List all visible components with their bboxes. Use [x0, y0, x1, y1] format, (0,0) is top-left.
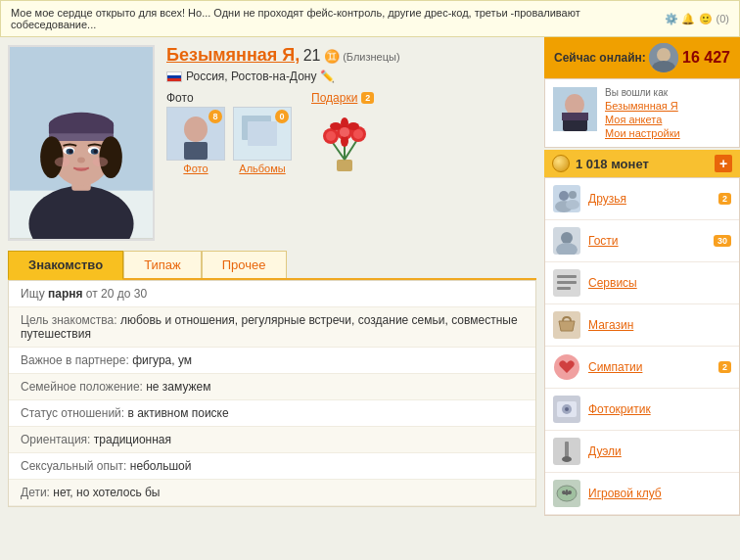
detail-value: парня	[48, 287, 83, 301]
nav-item-friends[interactable]: Друзья 2	[545, 178, 739, 220]
profile-photo	[8, 45, 155, 241]
tabs-container: Знакомство Типаж Прочее	[8, 251, 536, 280]
svg-point-8	[40, 136, 63, 178]
nav-item-shop[interactable]: Магазин	[545, 304, 739, 347]
svg-rect-46	[562, 113, 588, 120]
settings-link[interactable]: Мои настройки	[605, 127, 680, 139]
top-bar: Мое мое сердце открыто для всех! Но... О…	[0, 0, 740, 37]
tab-dating[interactable]: Знакомство	[8, 251, 123, 280]
svg-rect-56	[557, 275, 577, 278]
svg-rect-25	[337, 160, 352, 171]
nav-label-photocritic: Фотокритик	[588, 402, 731, 416]
detail-row: Ориентация: традиционная	[9, 427, 535, 453]
friends-icon	[553, 185, 580, 212]
svg-point-14	[69, 150, 72, 154]
gifts-title-link[interactable]: Подарки	[311, 91, 357, 105]
user-info-box: Вы вошли как Безымянная Я Моя анкета Мои…	[544, 78, 740, 148]
games-icon	[553, 480, 580, 507]
guests-icon	[553, 227, 580, 255]
photocritic-icon	[553, 396, 580, 423]
svg-rect-7	[49, 133, 114, 141]
gifts-section: Подарки 2	[311, 91, 378, 175]
zodiac-sign: (Близнецы)	[343, 51, 399, 63]
edit-location-icon[interactable]: ✏️	[320, 70, 335, 83]
photo-count: 8	[208, 110, 222, 123]
photo-item: 8 Фото	[166, 107, 225, 174]
photo-label-link[interactable]: Фото	[183, 163, 208, 174]
albums-label-link[interactable]: Альбомы	[239, 163, 285, 174]
detail-label: Цель знакомства:	[21, 313, 120, 327]
gifts-header: Подарки 2	[311, 91, 378, 105]
svg-rect-21	[184, 142, 208, 160]
svg-rect-24	[248, 121, 277, 146]
detail-value: в активном поиске	[127, 406, 228, 420]
nav-item-duels[interactable]: Дуэли	[545, 431, 739, 473]
detail-value: фигура, ум	[132, 353, 192, 367]
nav-badge-guests: 30	[714, 235, 731, 247]
albums-thumb[interactable]: 0	[233, 107, 292, 161]
zodiac-symbol: ♊	[324, 49, 340, 64]
albums-count: 0	[275, 110, 289, 123]
shop-icon	[553, 311, 580, 339]
svg-point-9	[99, 136, 121, 178]
nav-item-games[interactable]: Игровой клуб	[545, 473, 739, 515]
profile-name[interactable]: Безымянная Я,	[166, 45, 300, 65]
user-avatar-svg	[553, 87, 597, 131]
svg-rect-57	[557, 281, 577, 284]
detail-row: Дети: нет, но хотелось бы	[9, 480, 535, 506]
tab-type[interactable]: Типаж	[123, 251, 202, 278]
svg-point-34	[353, 129, 363, 139]
svg-point-39	[340, 127, 349, 137]
flower-gift-icon	[311, 109, 378, 175]
duels-icon	[553, 438, 580, 465]
main-container: Безымянная Я, 21 ♊ (Близнецы) Россия, Ро…	[0, 37, 740, 516]
svg-point-51	[566, 200, 579, 210]
svg-point-67	[562, 456, 572, 462]
detail-label: Сексуальный опыт:	[21, 459, 130, 473]
logged-as-text: Вы вошли как	[605, 87, 680, 98]
svg-rect-73	[563, 492, 571, 494]
nav-item-guests[interactable]: Гости 30	[545, 220, 739, 262]
svg-rect-58	[557, 287, 571, 290]
detail-extra: от 20 до 30	[82, 287, 147, 301]
media-title: Фото	[166, 91, 292, 105]
detail-value: нет, но хотелось бы	[53, 486, 160, 499]
likes-icon	[553, 353, 580, 381]
media-group: Фото	[166, 91, 292, 175]
profile-name-row: Безымянная Я, 21 ♊ (Близнецы)	[166, 45, 536, 66]
add-coins-button[interactable]: +	[715, 155, 732, 172]
gifts-count-badge: 2	[361, 92, 374, 104]
online-bar: Сейчас онлайн: 16 427	[544, 37, 740, 78]
detail-row: Ищу парня от 20 до 30	[9, 281, 535, 307]
svg-point-38	[330, 122, 342, 130]
right-panel: Сейчас онлайн: 16 427	[544, 37, 740, 516]
nav-badge-likes: 2	[718, 361, 731, 373]
detail-row: Сексуальный опыт: небольшой	[9, 453, 535, 480]
location-row: Россия, Ростов-на-Дону ✏️	[166, 70, 536, 83]
media-items: 8 Фото	[166, 107, 292, 174]
my-profile-link[interactable]: Моя анкета	[605, 114, 680, 125]
svg-rect-66	[565, 442, 569, 457]
user-avatar-small	[553, 87, 597, 131]
nav-label-likes: Симпатии	[588, 360, 711, 374]
online-avatar	[649, 43, 678, 72]
profile-header: Безымянная Я, 21 ♊ (Близнецы) Россия, Ро…	[8, 45, 536, 241]
detail-label: Важное в партнере:	[21, 353, 132, 367]
svg-point-64	[565, 407, 569, 411]
nav-label-guests: Гости	[588, 234, 706, 248]
coin-icon	[552, 155, 570, 172]
nav-items: Друзья 2 Гости 30 Сервисы Магазин Симпат…	[544, 177, 740, 516]
nav-item-photocritic[interactable]: Фотокритик	[545, 389, 739, 431]
nav-badge-friends: 2	[718, 193, 731, 205]
nav-item-likes[interactable]: Симпатии 2	[545, 347, 739, 389]
svg-point-15	[94, 150, 98, 154]
photo-thumb[interactable]: 8	[166, 107, 225, 161]
detail-row: Цель знакомства: любовь и отношения, рег…	[9, 307, 535, 348]
detail-label: Ищу	[21, 287, 48, 301]
tab-other[interactable]: Прочее	[202, 251, 287, 278]
detail-row: Важное в партнере: фигура, ум	[9, 348, 535, 374]
username-link[interactable]: Безымянная Я	[605, 100, 680, 112]
nav-item-services[interactable]: Сервисы	[545, 262, 739, 304]
coins-bar: 1 018 монет +	[544, 150, 740, 177]
online-label: Сейчас онлайн:	[554, 51, 646, 65]
